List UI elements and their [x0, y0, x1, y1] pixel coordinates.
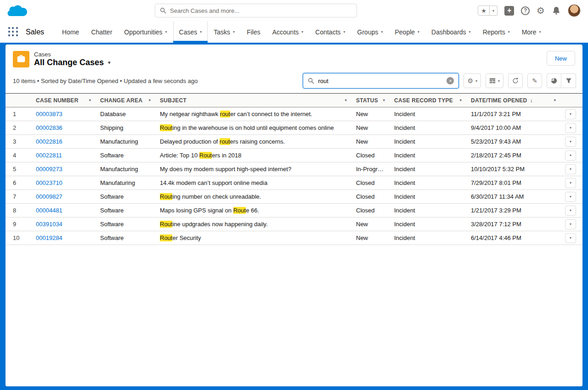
list-view-selector[interactable]: All Change Cases ▾ [34, 58, 111, 67]
new-button[interactable]: New [547, 51, 575, 66]
chevron-down-icon: ▾ [570, 126, 571, 130]
chart-filter-group [547, 73, 576, 88]
chevron-down-icon: ▾ [381, 30, 383, 34]
user-avatar[interactable] [568, 4, 581, 17]
case-number-link[interactable]: 00009273 [36, 166, 62, 173]
row-number: 3 [6, 135, 31, 149]
subject-cell: Delayed production of routers raising co… [155, 135, 351, 149]
nav-item-accounts[interactable]: Accounts ▾ [266, 21, 310, 43]
plus-icon: + [507, 7, 511, 14]
list-controls-button[interactable]: ⚙ ▾ [464, 73, 481, 88]
opened-cell: 10/10/2017 5:32 PM [466, 162, 560, 176]
nav-item-groups[interactable]: Groups ▾ [351, 21, 389, 43]
toolbar-controls: × ⚙ ▾ ▾ ✎ [303, 73, 576, 89]
case-number-link[interactable]: 00023710 [36, 179, 62, 186]
row-actions-button[interactable]: ▾ [565, 123, 576, 133]
setup-button[interactable]: ⚙ [537, 6, 545, 15]
main-content: Cases All Change Cases ▾ New 10 items • … [0, 43, 588, 390]
case-number-link[interactable]: 00004481 [36, 207, 62, 214]
case-number-link[interactable]: 00003873 [36, 111, 62, 117]
column-header-change-area[interactable]: CHANGE AREA▾ [96, 94, 155, 107]
row-actions-button[interactable]: ▾ [565, 178, 576, 188]
case-number-link[interactable]: 00391034 [36, 221, 62, 228]
nav-item-label: Accounts [272, 28, 299, 36]
nav-item-people[interactable]: People ▾ [389, 21, 426, 43]
row-number: 9 [6, 217, 31, 231]
entity-label: Cases [34, 51, 111, 58]
nav-item-contacts[interactable]: Contacts ▾ [309, 21, 351, 43]
opened-cell: 1/21/2017 3:29 PM [466, 204, 560, 217]
favorites-button[interactable]: ★ [478, 6, 490, 16]
list-summary: 10 items • Sorted by Date/Time Opened • … [13, 78, 198, 84]
chevron-down-icon: ▾ [165, 30, 167, 34]
change-area-cell: Software [96, 217, 155, 231]
opened-cell: 6/30/2017 11:34 AM [466, 190, 560, 204]
column-header-case-number[interactable]: CASE NUMBER▾ [31, 94, 96, 107]
display-as-button[interactable]: ▾ [486, 73, 503, 88]
global-search-input[interactable] [170, 7, 352, 14]
nav-item-tasks[interactable]: Tasks ▾ [208, 21, 241, 43]
row-number: 10 [6, 231, 31, 245]
clear-search-button[interactable]: × [447, 77, 454, 84]
row-actions-button[interactable]: ▾ [565, 109, 576, 119]
column-header-subject[interactable]: SUBJECT▾ [155, 94, 351, 107]
row-actions-button[interactable]: ▾ [565, 219, 576, 229]
edit-button[interactable]: ✎ [527, 73, 542, 88]
case-number-link[interactable]: 00009827 [36, 193, 62, 200]
chevron-down-icon: ▾ [570, 181, 571, 185]
chevron-down-icon: ▾ [475, 79, 477, 83]
case-number-link[interactable]: 00019284 [36, 234, 62, 241]
opened-cell: 11/1/2017 3:21 PM [466, 107, 560, 121]
column-header-date-time-opened[interactable]: DATE/TIME OPENED ↓ ▾ [466, 94, 560, 107]
row-number: 5 [6, 162, 31, 176]
close-icon: × [449, 78, 452, 84]
nav-item-home[interactable]: Home [56, 21, 85, 43]
nav-item-files[interactable]: Files [241, 21, 266, 43]
favorites-dropdown-button[interactable]: ▾ [490, 6, 498, 16]
table-row: 4 00022811 Software Article: Top 10 Rout… [6, 149, 582, 162]
row-actions-button[interactable]: ▾ [565, 206, 576, 216]
refresh-icon [512, 78, 519, 84]
row-actions-button[interactable]: ▾ [565, 164, 576, 174]
row-actions-button[interactable]: ▾ [565, 137, 576, 147]
refresh-button[interactable] [508, 73, 523, 88]
nav-item-label: Opportunities [124, 28, 162, 36]
list-view-card: Cases All Change Cases ▾ New 10 items • … [6, 45, 582, 386]
sort-descending-icon: ↓ [530, 97, 533, 104]
row-actions-button[interactable]: ▾ [565, 150, 576, 161]
nav-item-cases[interactable]: Cases ▾ [173, 21, 208, 43]
row-number: 2 [6, 121, 31, 135]
help-button[interactable]: ? [521, 6, 530, 15]
record-type-cell: Incident [390, 217, 466, 231]
table-icon [489, 78, 496, 84]
row-actions-button[interactable]: ▾ [565, 192, 576, 202]
row-number: 7 [6, 190, 31, 204]
search-icon [160, 7, 166, 14]
nav-item-more[interactable]: More ▾ [516, 21, 547, 43]
charts-button[interactable] [547, 73, 561, 88]
notifications-button[interactable] [552, 6, 561, 15]
table-row: 7 00009827 Software Routing number on ch… [6, 190, 582, 204]
chevron-down-icon: ▾ [233, 30, 235, 34]
case-number-link[interactable]: 00002836 [36, 124, 62, 131]
nav-item-reports[interactable]: Reports ▾ [477, 21, 516, 43]
nav-item-chatter[interactable]: Chatter [85, 21, 118, 43]
global-actions-button[interactable]: + [504, 6, 514, 16]
case-number-link[interactable]: 00022816 [36, 138, 62, 145]
nav-item-label: People [395, 28, 415, 36]
column-header-case-record-type[interactable]: CASE RECORD TYPE▾ [390, 94, 466, 107]
app-launcher-button[interactable] [8, 27, 18, 37]
nav-item-dashboards[interactable]: Dashboards ▾ [425, 21, 477, 43]
list-search-input[interactable] [318, 78, 443, 84]
filter-button[interactable] [561, 73, 576, 88]
star-icon: ★ [481, 7, 486, 14]
row-actions-button[interactable]: ▾ [565, 233, 576, 243]
table-row: 1 00003873 Database My netgear nighthawk… [6, 107, 582, 121]
chevron-down-icon: ▾ [570, 222, 571, 226]
change-area-cell: Software [96, 231, 155, 245]
column-header-status[interactable]: STATUS▾ [351, 94, 390, 107]
record-type-cell: Incident [390, 176, 466, 190]
case-number-link[interactable]: 00022811 [36, 152, 62, 159]
nav-item-opportunities[interactable]: Opportunities ▾ [118, 21, 173, 43]
title-block: Cases All Change Cases ▾ [13, 51, 111, 67]
